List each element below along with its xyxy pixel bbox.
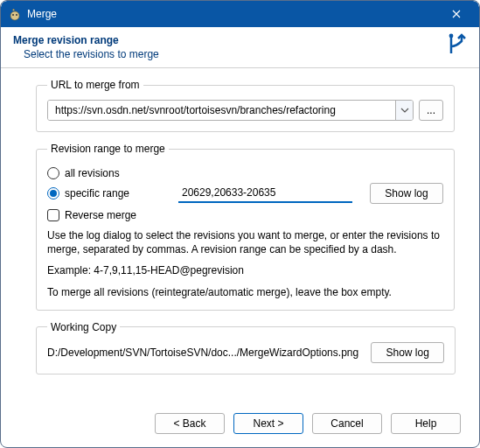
- radio-icon: [47, 167, 59, 179]
- reverse-merge-checkbox[interactable]: Reverse merge: [47, 209, 136, 221]
- revision-range-group: Revision range to merge all revisions sp…: [36, 143, 455, 311]
- merge-branch-icon: [446, 32, 470, 57]
- header-subtitle: Select the revisions to merge: [24, 48, 467, 60]
- svg-point-3: [449, 34, 454, 38]
- working-copy-path: D:/Development/SVN/TortoiseSVN/doc.../Me…: [47, 346, 358, 359]
- help-button[interactable]: Help: [391, 413, 461, 434]
- header-title: Merge revision range: [13, 34, 467, 46]
- all-revisions-label: all revisions: [65, 167, 120, 179]
- browse-url-button[interactable]: ...: [419, 100, 443, 121]
- example-text: Example: 4-7,9,11,15-HEAD@pegrevision: [47, 263, 443, 277]
- svg-point-0: [10, 11, 19, 20]
- url-combobox[interactable]: [47, 100, 414, 121]
- help-text-2: To merge all revisions (reintegrate/auto…: [47, 285, 443, 299]
- url-input[interactable]: [48, 101, 395, 120]
- next-button[interactable]: Next >: [233, 413, 303, 434]
- all-revisions-radio[interactable]: all revisions: [47, 167, 178, 179]
- wizard-header: Merge revision range Select the revision…: [1, 27, 479, 68]
- specific-range-label: specific range: [65, 187, 129, 200]
- app-icon: [8, 7, 22, 21]
- help-text-1: Use the log dialog to select the revisio…: [47, 228, 443, 256]
- reverse-merge-label: Reverse merge: [65, 209, 136, 221]
- svg-point-2: [16, 14, 17, 16]
- working-copy-group: Working Copy D:/Development/SVN/Tortoise…: [36, 321, 456, 374]
- wc-legend: Working Copy: [47, 321, 120, 333]
- show-log-wc-button[interactable]: Show log: [371, 342, 444, 363]
- titlebar: Merge: [1, 1, 479, 27]
- radio-icon: [47, 187, 59, 200]
- revision-legend: Revision range to merge: [47, 143, 169, 155]
- show-log-revisions-button[interactable]: Show log: [370, 183, 443, 204]
- revision-range-input[interactable]: [178, 184, 352, 203]
- url-legend: URL to merge from: [47, 79, 143, 91]
- chevron-down-icon[interactable]: [395, 101, 413, 120]
- window-title: Merge: [27, 8, 439, 20]
- close-button[interactable]: [439, 2, 474, 26]
- svg-point-1: [12, 14, 14, 16]
- wizard-buttons: < Back Next > Cancel Help: [155, 413, 461, 434]
- back-button[interactable]: < Back: [155, 413, 225, 434]
- url-group: URL to merge from ...: [36, 79, 455, 132]
- checkbox-icon: [47, 209, 59, 221]
- cancel-button[interactable]: Cancel: [312, 413, 382, 434]
- specific-range-radio[interactable]: specific range: [47, 187, 178, 200]
